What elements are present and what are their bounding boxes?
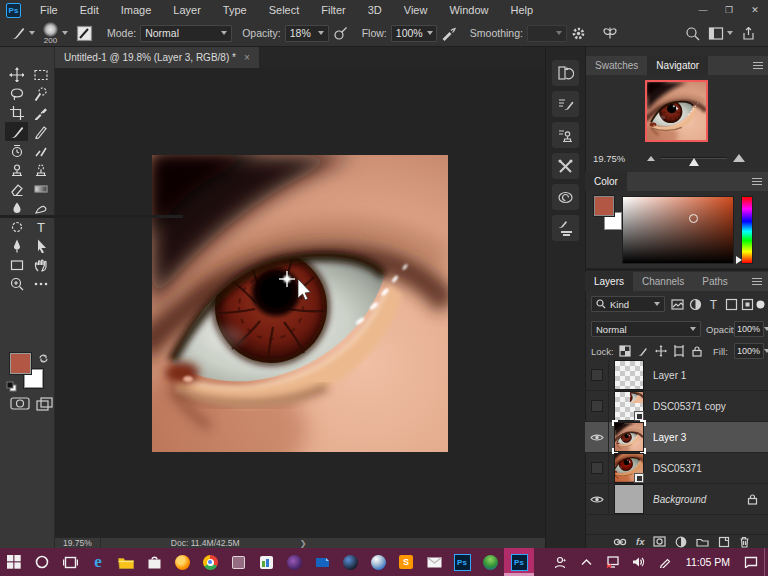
book-app-icon[interactable]: [308, 548, 336, 576]
search-button[interactable]: [681, 22, 704, 44]
link-layers-icon[interactable]: [613, 537, 627, 547]
history-panel-button[interactable]: [552, 60, 579, 86]
menu-type[interactable]: Type: [212, 0, 258, 20]
pressure-opacity-button[interactable]: [329, 22, 352, 44]
lock-all-button[interactable]: [689, 343, 704, 358]
layer-blend-mode-select[interactable]: Normal: [591, 321, 701, 337]
marquee-tool[interactable]: [29, 65, 52, 84]
clone-stamp-tool[interactable]: [5, 160, 28, 179]
type-tool[interactable]: T: [29, 217, 52, 236]
brushes-panel-button[interactable]: [552, 215, 579, 241]
show-desktop-button[interactable]: [764, 548, 768, 576]
tab-swatches[interactable]: Swatches: [586, 56, 647, 75]
quick-mask-button[interactable]: [9, 396, 31, 411]
layer-opacity-select[interactable]: 100%: [734, 321, 764, 337]
dodge-tool[interactable]: [5, 217, 28, 236]
tab-close-icon[interactable]: ×: [244, 52, 250, 63]
photos-app-icon[interactable]: [252, 548, 280, 576]
hand-tool[interactable]: [29, 255, 52, 274]
menu-image[interactable]: Image: [110, 0, 163, 20]
menu-view[interactable]: View: [393, 0, 439, 20]
file-explorer-icon[interactable]: [112, 548, 140, 576]
filter-smart-objects-button[interactable]: [740, 297, 755, 312]
layer-thumbnail[interactable]: [614, 360, 644, 390]
tab-color[interactable]: Color: [585, 172, 627, 191]
blend-mode-select[interactable]: Normal: [140, 25, 232, 42]
saturation-brightness-field[interactable]: [622, 196, 734, 264]
menu-window[interactable]: Window: [438, 0, 499, 20]
layer-fill-select[interactable]: 100%: [734, 343, 764, 359]
new-layer-icon[interactable]: [718, 536, 730, 548]
sphere-app-icon[interactable]: [364, 548, 392, 576]
network-icon[interactable]: [600, 548, 626, 576]
start-button[interactable]: [0, 548, 28, 576]
filter-type-layers-button[interactable]: T: [706, 297, 721, 312]
add-layer-mask-icon[interactable]: [653, 536, 666, 547]
hue-slider-arrow[interactable]: [736, 256, 742, 264]
layer-filter-kind-select[interactable]: Kind: [591, 296, 665, 312]
pencil-tool[interactable]: [29, 122, 52, 141]
windows-ink-icon[interactable]: [652, 548, 678, 576]
edit-toolbar-button[interactable]: [29, 274, 52, 293]
menu-filter[interactable]: Filter: [310, 0, 356, 20]
globe-app-icon[interactable]: [336, 548, 364, 576]
brush-settings-panel-button[interactable]: [552, 91, 579, 117]
mail-app-icon[interactable]: [420, 548, 448, 576]
layer-row-layer3-selected[interactable]: Layer 3: [585, 422, 768, 453]
menu-file[interactable]: File: [29, 0, 69, 20]
airbrush-button[interactable]: [437, 22, 460, 44]
hidden-icons-chevron[interactable]: [574, 548, 600, 576]
status-doc-sizes[interactable]: Doc: 11.4M/42.5M: [171, 538, 240, 548]
app-window-icon[interactable]: [224, 548, 252, 576]
document-tab[interactable]: Untitled-1 @ 19.8% (Layer 3, RGB/8) * ×: [55, 47, 259, 68]
mixer-brush-tool[interactable]: [29, 141, 52, 160]
rectangle-tool[interactable]: [5, 255, 28, 274]
idm-icon[interactable]: [476, 548, 504, 576]
menu-3d[interactable]: 3D: [357, 0, 393, 20]
color-panel-foreground-swatch[interactable]: [594, 196, 614, 216]
action-center-icon[interactable]: [738, 548, 764, 576]
people-icon[interactable]: [548, 548, 574, 576]
canvas-pasteboard[interactable]: [55, 68, 545, 537]
restore-button[interactable]: ❐: [716, 0, 742, 20]
store-icon[interactable]: [140, 548, 168, 576]
swap-colors-button[interactable]: [38, 350, 49, 368]
taskbar-clock[interactable]: 11:05 PM: [678, 556, 738, 568]
chrome-icon[interactable]: [196, 548, 224, 576]
minimize-button[interactable]: —: [690, 0, 716, 20]
eyedropper-tool[interactable]: [29, 103, 52, 122]
new-group-icon[interactable]: [696, 536, 709, 547]
quick-selection-tool[interactable]: [29, 84, 52, 103]
tab-channels[interactable]: Channels: [633, 272, 693, 291]
status-zoom-field[interactable]: 19.75%: [55, 538, 101, 549]
edge-icon[interactable]: e: [84, 548, 112, 576]
crop-tool[interactable]: [5, 103, 28, 122]
new-adjustment-layer-icon[interactable]: [675, 536, 687, 548]
smoothing-options-button[interactable]: [567, 22, 590, 44]
photoshop-pinned-icon[interactable]: Ps: [448, 548, 476, 576]
visibility-toggle[interactable]: [585, 422, 609, 453]
brush-size-picker[interactable]: 200: [39, 22, 72, 44]
panel-menu-icon[interactable]: [753, 62, 763, 70]
hue-slider[interactable]: [741, 196, 753, 264]
toggle-brush-settings-button[interactable]: [72, 22, 97, 44]
slider-thumb[interactable]: [689, 158, 699, 166]
share-button[interactable]: [737, 22, 760, 44]
pattern-stamp-tool[interactable]: [29, 160, 52, 179]
layer-row-dsc05371-copy[interactable]: DSC05371 copy: [585, 391, 768, 422]
layer-thumbnail[interactable]: [614, 422, 644, 452]
paint-symmetry-button[interactable]: [598, 22, 622, 44]
panel-menu-icon[interactable]: [752, 178, 762, 186]
gradient-tool[interactable]: [29, 179, 52, 198]
filter-pixel-layers-button[interactable]: [670, 297, 685, 312]
history-brush-tool[interactable]: [5, 141, 28, 160]
visibility-toggle[interactable]: [585, 484, 609, 515]
path-selection-tool[interactable]: [29, 236, 52, 255]
visibility-toggle[interactable]: [585, 360, 609, 391]
libraries-panel-button[interactable]: [552, 184, 579, 210]
layer-thumbnail[interactable]: [614, 391, 644, 421]
filter-shape-layers-button[interactable]: [724, 297, 739, 312]
flow-select[interactable]: 100%: [391, 25, 437, 42]
lock-pixels-button[interactable]: [635, 343, 650, 358]
close-button[interactable]: ✕: [742, 0, 768, 20]
